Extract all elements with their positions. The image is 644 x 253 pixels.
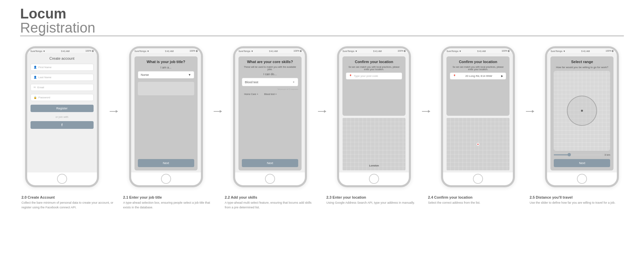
range-slider-row: 3 km [554,153,610,157]
screen-col-4: SureTemps ▼ 9:41 AM 100% ▮ Confirm your … [332,46,416,187]
phone-content-6: Select range How far would you be willin… [547,53,617,172]
job-title-modal-title: What is your job title? [138,60,194,64]
spacer-1 [138,82,194,95]
home-button-3[interactable] [265,174,275,184]
phone-2: SureTemps ▼ 9:41 AM 100% ▮ What is your … [129,46,203,187]
range-map [554,71,610,151]
facebook-button[interactable]: f [31,121,94,129]
min-note: *Minimum of 5 interests [242,88,298,90]
desc-col-6: 2.5 Distance you'll travel Use the slide… [528,195,624,210]
skills-modal: What are your core skills? These will be… [238,56,302,170]
skills-modal-title: What are your core skills? [242,60,298,64]
desc-number-4: 2.3 Enter your location [326,195,419,199]
map-2 [446,118,509,170]
screen-col-5: SureTemps ▼ 9:41 AM 100% ▮ Confirm your … [436,46,520,187]
phone-1: SureTemps ▼ 9:41 AM 100% ▮ Create accoun… [25,46,99,187]
screen-col-2: SureTemps ▼ 9:41 AM 100% ▮ What is your … [124,46,208,187]
next-button-6[interactable]: Next [554,159,610,167]
phone-5: SureTemps ▼ 9:41 AM 100% ▮ Confirm your … [441,46,515,187]
title-light: Registration [20,20,95,36]
desc-col-2: 2.1 Enter your job title A type-ahead se… [122,195,217,210]
user-icon-2: 👤 [34,76,37,79]
header-rule-left [20,36,60,36]
status-bar-1: SureTemps ▼ 9:41 AM 100% ▮ [27,48,97,53]
screen-col-1: SureTemps ▼ 9:41 AM 100% ▮ Create accoun… [20,46,104,187]
confirm-location-desc: So we can match you with local practices… [450,66,506,70]
phone-content-3: What are your core skills? These will be… [235,53,305,172]
email-field[interactable]: ✉ Email [31,84,94,91]
status-bar-6: SureTemps ▼ 9:41 AM 100% ▮ [547,48,617,53]
title-bold: Locum [20,6,66,21]
descriptions-row: 2.0 Create Account Collect the bare mini… [20,195,624,210]
skill-tag-2[interactable]: Blood test × [262,92,279,96]
email-icon: ✉ [34,86,36,89]
range-slider-track [554,154,602,155]
desc-number-5: 2.4 Confirm your location [428,195,521,199]
map-1: London [342,118,406,170]
desc-text-3: A type-ahead multi select feature, ensur… [225,201,318,210]
home-button-6[interactable] [577,174,587,184]
desc-number-6: 2.5 Distance you'll travel [530,195,623,199]
screens-row: SureTemps ▼ 9:41 AM 100% ▮ Create accoun… [20,46,624,187]
register-button[interactable]: Register [31,105,94,112]
range-slider-thumb[interactable] [568,153,571,156]
range-slider-fill [554,154,568,155]
status-bar-4: SureTemps ▼ 9:41 AM 100% ▮ [339,48,409,53]
confirm-location-modal: Confirm your location So we can match yo… [446,56,509,116]
next-button-2[interactable]: Next [138,159,194,167]
first-name-field[interactable]: 👤 First Name [31,64,94,71]
phone-content-5: Confirm your location So we can match yo… [443,53,513,172]
range-title: Select range [554,60,610,64]
home-button-2[interactable] [161,174,171,184]
header-rule-right [60,36,624,36]
desc-col-3: 2.2 Add your skills A type-ahead multi s… [223,195,319,210]
arrow-1 [110,110,118,113]
job-title-modal: What is your job title? I am a... Nurse … [135,56,198,170]
next-button-3[interactable]: Next [242,159,298,167]
phone-content-4: Confirm your location So we can match yo… [339,53,409,172]
desc-col-4: 2.3 Enter your location Using Google Add… [325,195,421,210]
postcode-input[interactable]: 📍 Type your post code [346,72,402,80]
map-label-1: London [369,164,379,167]
desc-number-3: 2.2 Add your skills [225,195,318,199]
arrow-3 [318,110,326,113]
desc-text-6: Use the slider to define how far you are… [530,201,623,205]
skill-tag-1[interactable]: Home Care × [242,92,261,96]
location-pin-icon: 📍 [349,74,352,78]
phone-3: SureTemps ▼ 9:41 AM 100% ▮ What are your… [233,46,307,187]
address-confirm-field[interactable]: 📍 20 Long Rd, E14 6NW ▶ [450,72,506,80]
status-bar-5: SureTemps ▼ 9:41 AM 100% ▮ [443,48,513,53]
phone-6: SureTemps ▼ 9:41 AM 100% ▮ Select range … [545,46,619,187]
desc-text-2: A type-ahead selection box, ensuring peo… [123,201,216,210]
home-button-5[interactable] [473,174,483,184]
status-bar-2: SureTemps ▼ 9:41 AM 100% ▮ [131,48,201,53]
job-title-modal-subtitle: I am a... [138,66,194,69]
user-icon-1: 👤 [34,66,37,69]
map-grid-1 [342,118,406,170]
home-button-1[interactable] [57,174,67,184]
desc-col-5: 2.4 Confirm your location Select the cor… [427,195,522,210]
job-title-select[interactable]: Nurse ▼ [138,71,194,79]
skills-add-field[interactable]: Blood test ＋ [242,78,298,86]
home-button-4[interactable] [369,174,379,184]
desc-col-1: 2.0 Create Account Collect the bare mini… [20,195,116,210]
desc-number-2: 2.1 Enter your job title [123,195,216,199]
password-field[interactable]: 🔒 Password [31,94,94,101]
confirm-location-title: Confirm your location [450,60,506,64]
arrow-5 [526,110,534,113]
map-pin [477,143,479,146]
last-name-field[interactable]: 👤 Last Name [31,74,94,81]
skills-modal-subtitle: I can do... [242,72,298,76]
range-circle [567,96,597,126]
location-pin-icon-2: 📍 [453,74,456,78]
page-wrapper: Locum Registration SureTemps ▼ 9:41 AM 1… [0,0,644,220]
create-account-title: Create account [31,56,94,60]
range-subtitle: How far would you be willing to go for w… [554,66,610,69]
screen-col-3: SureTemps ▼ 9:41 AM 100% ▮ What are your… [228,46,312,187]
location-modal-desc: So we can match you with local practices… [346,66,402,70]
screen-col-6: SureTemps ▼ 9:41 AM 100% ▮ Select range … [540,46,624,187]
phone-4: SureTemps ▼ 9:41 AM 100% ▮ Confirm your … [337,46,411,187]
location-modal: Confirm your location So we can match yo… [342,56,406,116]
range-km-label: 3 km [604,153,610,156]
skills-modal-desc: These will be used to match you with the… [242,66,298,70]
